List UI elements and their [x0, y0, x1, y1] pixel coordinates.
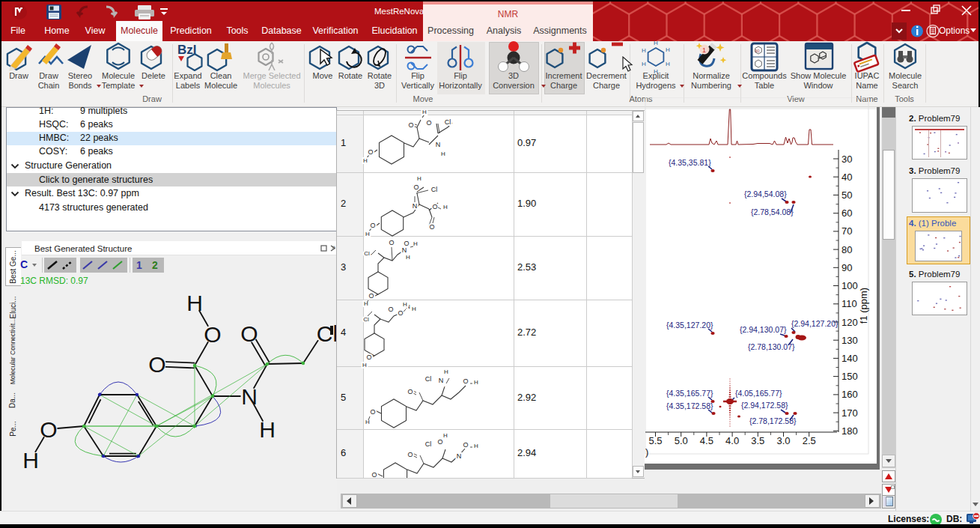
svg-text:{2.78,130.07}: {2.78,130.07} — [748, 342, 795, 351]
svg-text:140: 140 — [841, 353, 858, 364]
svg-text:Cl: Cl — [425, 375, 432, 383]
svg-text:H: H — [441, 151, 445, 157]
svg-text:{2.78,172.58}: {2.78,172.58} — [749, 416, 797, 425]
svg-text:5.5: 5.5 — [648, 435, 662, 446]
svg-text:40: 40 — [841, 172, 852, 183]
svg-text:H: H — [642, 61, 646, 67]
svg-text:O: O — [398, 309, 403, 317]
svg-text:O: O — [408, 121, 413, 129]
svg-text:O: O — [204, 322, 221, 347]
svg-text:O: O — [148, 352, 165, 377]
svg-text:H: H — [444, 368, 448, 375]
svg-text:100: 100 — [841, 280, 858, 291]
svg-text:60: 60 — [841, 207, 852, 219]
svg-text:Cl: Cl — [363, 316, 369, 323]
svg-text:N: N — [402, 246, 407, 254]
svg-text:5.0: 5.0 — [675, 435, 688, 446]
svg-text:O: O — [371, 471, 377, 478]
svg-text:{2.94,130.07}: {2.94,130.07} — [740, 325, 787, 334]
svg-text:110: 110 — [841, 298, 857, 309]
svg-text:H: H — [365, 419, 370, 425]
svg-text:): ) — [645, 446, 648, 458]
svg-text:90: 90 — [841, 262, 852, 273]
svg-text:50: 50 — [841, 189, 852, 201]
svg-text:O: O — [389, 239, 394, 246]
svg-text:f1 (ppm): f1 (ppm) — [858, 288, 869, 324]
svg-text:170: 170 — [841, 407, 858, 419]
svg-text:Cl: Cl — [317, 321, 338, 346]
svg-text:{4.35,35.81}: {4.35,35.81} — [669, 158, 711, 167]
svg-text:4.0: 4.0 — [725, 435, 739, 446]
svg-text:80: 80 — [841, 244, 852, 255]
svg-text:O: O — [407, 388, 413, 395]
svg-text:O: O — [463, 377, 468, 385]
svg-text:{4.35,172.58}: {4.35,172.58} — [666, 401, 713, 410]
svg-text:H: H — [474, 443, 478, 449]
svg-text:O: O — [366, 353, 371, 361]
svg-text:30: 30 — [841, 154, 852, 165]
svg-text:H: H — [403, 301, 407, 308]
svg-text:N: N — [413, 202, 418, 210]
svg-text:O: O — [368, 148, 373, 156]
svg-text:2: 2 — [152, 259, 158, 271]
svg-text:O: O — [368, 292, 374, 300]
svg-text:H: H — [22, 448, 39, 473]
svg-text:H: H — [417, 175, 421, 182]
svg-text:H: H — [413, 240, 418, 247]
svg-text:{2.78,54.08}: {2.78,54.08} — [751, 207, 794, 216]
svg-text:H: H — [422, 110, 427, 115]
svg-text:O: O — [240, 321, 258, 346]
svg-text:H: H — [666, 61, 670, 67]
svg-text:H: H — [666, 46, 670, 53]
svg-text:3.0: 3.0 — [776, 435, 790, 446]
svg-text:120: 120 — [841, 317, 858, 328]
svg-text:{2.94,172.58}: {2.94,172.58} — [741, 401, 788, 410]
svg-text:H: H — [186, 291, 203, 315]
svg-text:O: O — [432, 203, 437, 210]
svg-text:1: 1 — [702, 46, 706, 54]
svg-text:150: 150 — [841, 371, 858, 382]
svg-text:H: H — [365, 231, 370, 237]
svg-text:160: 160 — [841, 389, 858, 400]
svg-text:{2.94,54.08}: {2.94,54.08} — [744, 189, 787, 198]
svg-text:2.5: 2.5 — [803, 435, 816, 446]
svg-text:O: O — [40, 417, 57, 442]
svg-text:1: 1 — [136, 259, 142, 271]
svg-text:H: H — [406, 254, 410, 261]
svg-text:N: N — [436, 141, 441, 148]
svg-text:90: 90 — [755, 49, 760, 53]
svg-text:{4.35,165.77}: {4.35,165.77} — [666, 389, 713, 398]
svg-text:Cl: Cl — [364, 250, 370, 257]
svg-text:O: O — [370, 408, 375, 416]
svg-text:N: N — [439, 377, 444, 384]
svg-text:O: O — [429, 223, 434, 231]
svg-text:{2.94,127.20}: {2.94,127.20} — [791, 319, 839, 328]
svg-text:3.5: 3.5 — [751, 435, 764, 446]
svg-text:H: H — [362, 362, 367, 368]
svg-text:N: N — [241, 384, 258, 409]
svg-text:O: O — [370, 222, 375, 229]
svg-text:H: H — [474, 379, 478, 386]
svg-text:H: H — [259, 417, 276, 442]
svg-text:H: H — [443, 432, 448, 439]
svg-text:O: O — [388, 306, 393, 313]
svg-text:N: N — [457, 452, 462, 460]
svg-text:H: H — [412, 306, 416, 312]
svg-text:O: O — [413, 183, 419, 191]
svg-text:O: O — [437, 438, 442, 446]
svg-text:Cl: Cl — [431, 186, 438, 193]
svg-text:{4.05,165.77}: {4.05,165.77} — [735, 389, 782, 398]
svg-text:Cl: Cl — [445, 118, 451, 126]
svg-text:Cl: Cl — [425, 440, 432, 448]
svg-text:H: H — [654, 40, 658, 46]
svg-text:H: H — [642, 47, 646, 54]
svg-text:H: H — [363, 157, 368, 164]
svg-text:180: 180 — [841, 425, 858, 437]
svg-text:130: 130 — [841, 335, 858, 346]
svg-text:O: O — [463, 441, 468, 449]
svg-text:4.5: 4.5 — [700, 435, 713, 446]
svg-text:O: O — [407, 451, 413, 458]
svg-text:H: H — [443, 204, 448, 210]
svg-text:O: O — [426, 119, 431, 127]
svg-text:70: 70 — [841, 225, 852, 237]
